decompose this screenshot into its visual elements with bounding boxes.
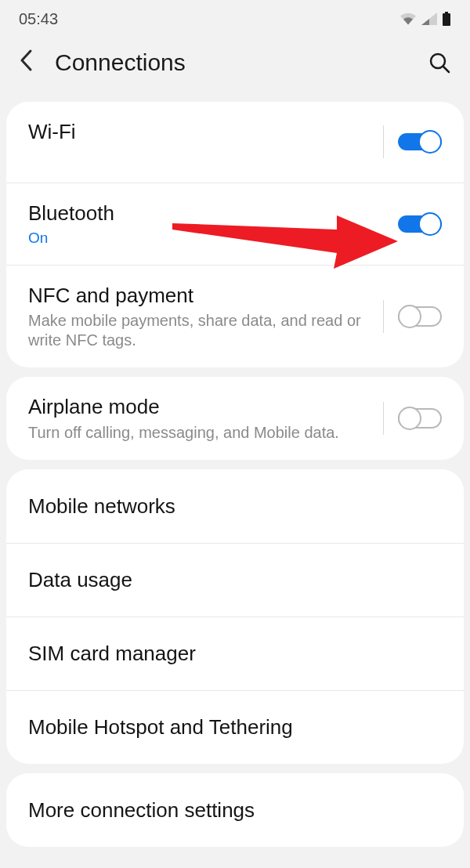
airplane-sub: Turn off calling, messaging, and Mobile … [28,423,371,443]
mobile-networks-title: Mobile networks [28,494,429,519]
nfc-sub: Make mobile payments, share data, and re… [28,311,371,350]
group-links: Mobile networks Data usage SIM card mana… [6,469,464,764]
status-bar: 05:43 [0,0,470,38]
row-sim-manager[interactable]: SIM card manager [6,617,464,690]
separator [383,300,384,333]
row-hotspot[interactable]: Mobile Hotspot and Tethering [6,690,464,764]
row-airplane[interactable]: Airplane mode Turn off calling, messagin… [6,377,464,460]
search-icon [428,51,451,74]
row-nfc[interactable]: NFC and payment Make mobile payments, sh… [6,265,464,368]
row-more-settings[interactable]: More connection settings [6,773,464,847]
status-time: 05:43 [19,10,58,28]
signal-icon [421,13,437,25]
status-icons [400,12,451,26]
more-settings-title: More connection settings [28,797,429,823]
wifi-title: Wi-Fi [28,119,371,145]
sim-manager-title: SIM card manager [28,641,429,667]
row-mobile-networks[interactable]: Mobile networks [6,469,464,543]
airplane-title: Airplane mode [28,394,371,420]
hotspot-title: Mobile Hotspot and Tethering [28,714,429,740]
bluetooth-title: Bluetooth [28,201,385,226]
row-data-usage[interactable]: Data usage [6,543,464,617]
separator [383,125,384,158]
group-radios: Wi-Fi Bluetooth On NFC and payment Make … [6,102,464,367]
row-wifi[interactable]: Wi-Fi [6,102,464,183]
svg-rect-0 [445,12,448,13]
bluetooth-sub: On [28,229,385,248]
separator [383,402,384,435]
svg-rect-1 [443,13,450,26]
nfc-title: NFC and payment [28,283,371,309]
wifi-sub [28,148,371,165]
nfc-toggle[interactable] [398,304,442,329]
airplane-toggle[interactable] [398,406,442,431]
wifi-toggle[interactable] [398,129,442,154]
search-button[interactable] [428,51,451,74]
chevron-left-icon [19,49,34,72]
back-button[interactable] [19,49,50,78]
group-more: More connection settings [6,773,464,847]
data-usage-title: Data usage [28,567,429,593]
group-airplane: Airplane mode Turn off calling, messagin… [6,377,464,460]
svg-line-3 [443,67,449,72]
bluetooth-toggle[interactable] [398,212,442,237]
header: Connections [0,38,470,92]
wifi-icon [400,13,417,25]
battery-icon [442,12,451,26]
page-title: Connections [55,49,428,76]
row-bluetooth[interactable]: Bluetooth On [6,183,464,265]
